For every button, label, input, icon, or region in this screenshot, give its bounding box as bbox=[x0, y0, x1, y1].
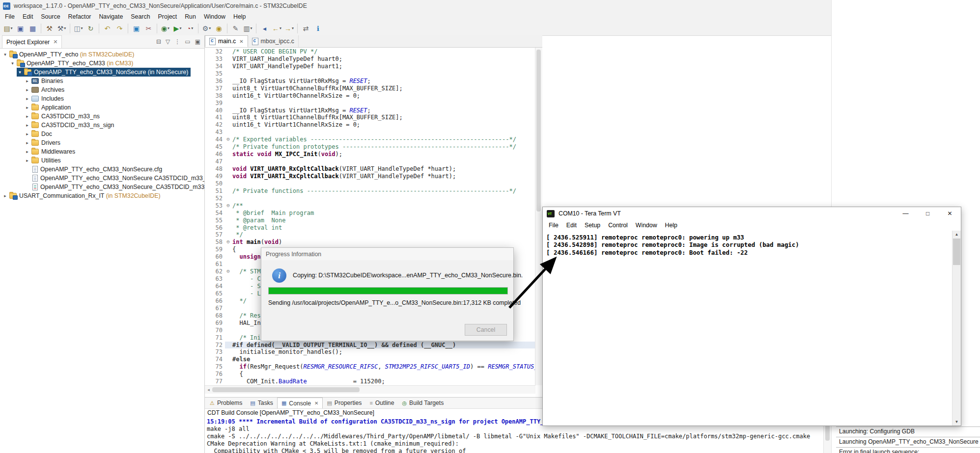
teraterm-menu-setup[interactable]: Setup bbox=[581, 222, 604, 229]
fold-collapse-icon[interactable]: ⊖ bbox=[225, 202, 231, 210]
collapse-all-icon[interactable]: ⊟ bbox=[156, 38, 161, 45]
maximize-icon[interactable]: ▣ bbox=[195, 38, 200, 45]
chevron-collapsed-icon[interactable]: ▸ bbox=[24, 87, 30, 92]
tree-item[interactable]: ▸Drivers bbox=[0, 138, 204, 147]
chevron-collapsed-icon[interactable]: ▸ bbox=[24, 105, 30, 110]
tree-item[interactable]: OpenAMP_TTY_echo_CM33_NonSecure CA35TDCI… bbox=[0, 174, 204, 183]
toolbar-help-info-button[interactable]: ℹ bbox=[312, 23, 324, 34]
chevron-collapsed-icon[interactable]: ▸ bbox=[24, 123, 30, 128]
chevron-expanded-icon[interactable]: ▾ bbox=[17, 70, 23, 75]
terminal-scrollbar[interactable]: ▲ ▼ bbox=[952, 231, 961, 426]
fold-collapse-icon[interactable]: ⊖ bbox=[225, 268, 231, 275]
menu-item-project[interactable]: Project bbox=[154, 13, 181, 20]
chevron-collapsed-icon[interactable]: ▸ bbox=[2, 193, 8, 198]
tree-item[interactable]: ▸Doc bbox=[0, 130, 204, 138]
toolbar-refresh-button[interactable]: ↻ bbox=[84, 23, 97, 34]
tree-item[interactable]: ▸Application bbox=[0, 103, 204, 112]
menu-item-window[interactable]: Window bbox=[200, 13, 229, 20]
tree-item[interactable]: ▸Middlewares bbox=[0, 147, 204, 156]
tab-problems[interactable]: ⚠Problems bbox=[206, 398, 246, 408]
toolbar-mark-occurrences-button[interactable]: ✎ bbox=[229, 23, 242, 34]
scroll-down-icon[interactable]: ▼ bbox=[952, 418, 961, 426]
chevron-collapsed-icon[interactable]: ▸ bbox=[24, 79, 30, 83]
chevron-expanded-icon[interactable]: ▾ bbox=[9, 61, 16, 66]
close-tab-icon[interactable]: ✕ bbox=[239, 39, 243, 44]
tree-item[interactable]: ▾OpenAMP_TTY_echo_CM33 (in CM33) bbox=[0, 59, 204, 68]
toolbar-device-configuration-button[interactable]: ▣ bbox=[130, 23, 142, 34]
tree-item[interactable]: ▾OpenAMP_TTY_echo (in STM32CubeIDE) bbox=[0, 50, 204, 59]
toolbar-forward-button[interactable]: →▾ bbox=[283, 23, 295, 34]
tab-build-targets[interactable]: ◎Build Targets bbox=[398, 398, 448, 408]
terminal-output[interactable]: [ 2436.525911] remoteproc remoteproc0: p… bbox=[543, 231, 952, 426]
menu-item-navigate[interactable]: Navigate bbox=[95, 13, 127, 20]
tree-item[interactable]: ▸Archives bbox=[0, 85, 204, 94]
toolbar-debug-button[interactable]: ◉▾ bbox=[159, 23, 171, 34]
toolbar-build-config-button[interactable]: ⚒▾ bbox=[56, 23, 68, 34]
cancel-button[interactable]: Cancel bbox=[465, 324, 507, 336]
toolbar-build-all-button[interactable]: ⚒ bbox=[43, 23, 56, 34]
editor-horizontal-scrollbar[interactable]: ◂ bbox=[205, 385, 535, 394]
tab-tasks[interactable]: ▤Tasks bbox=[246, 398, 277, 408]
tree-item[interactable]: ▸Utilities bbox=[0, 156, 204, 165]
tab-outline[interactable]: ≡Outline bbox=[365, 398, 398, 408]
scrollbar-thumb[interactable] bbox=[953, 239, 960, 265]
tab-console[interactable]: ▦Console✕ bbox=[277, 398, 323, 408]
toolbar-redo-button[interactable]: ↷ bbox=[113, 23, 126, 34]
menu-item-search[interactable]: Search bbox=[127, 13, 154, 20]
chevron-collapsed-icon[interactable]: ▸ bbox=[24, 96, 30, 101]
toolbar-last-edit-location-button[interactable]: ◂ bbox=[258, 23, 271, 34]
close-tab-icon[interactable]: ✕ bbox=[314, 400, 318, 406]
menu-item-help[interactable]: Help bbox=[229, 13, 250, 20]
teraterm-menu-file[interactable]: File bbox=[545, 222, 562, 229]
chevron-expanded-icon[interactable]: ▾ bbox=[2, 52, 8, 57]
menu-item-run[interactable]: Run bbox=[181, 13, 200, 20]
tree-item[interactable]: OpenAMP_TTY_echo_CM33_NonSecure.cfg bbox=[0, 165, 204, 174]
toolbar-back-button[interactable]: ←▾ bbox=[271, 23, 283, 34]
menu-item-source[interactable]: Source bbox=[37, 13, 64, 20]
project-tree[interactable]: ▾OpenAMP_TTY_echo (in STM32CubeIDE)▾Open… bbox=[0, 50, 204, 453]
teraterm-maximize-button[interactable]: □ bbox=[917, 207, 939, 220]
toolbar-external-tools-button[interactable]: ⚙▾ bbox=[200, 23, 213, 34]
toolbar-save-button[interactable]: ▣ bbox=[14, 23, 27, 34]
tree-item[interactable]: ▸Includes bbox=[0, 94, 204, 103]
teraterm-menu-window[interactable]: Window bbox=[632, 222, 661, 229]
chevron-collapsed-icon[interactable]: ▸ bbox=[24, 140, 30, 145]
scroll-left-icon[interactable]: ◂ bbox=[205, 387, 212, 392]
scrollbar-thumb[interactable] bbox=[536, 50, 541, 212]
minimize-icon[interactable]: ▭ bbox=[185, 38, 190, 45]
toolbar-cut-button[interactable]: ✂ bbox=[142, 23, 155, 34]
tab-properties[interactable]: ▤Properties bbox=[323, 398, 365, 408]
filter-icon[interactable]: ▽ bbox=[166, 38, 170, 45]
tree-item[interactable]: OpenAMP_TTY_echo_CM33_NonSecure_CA35TDCI… bbox=[0, 183, 204, 191]
editor-vertical-scrollbar[interactable] bbox=[535, 48, 542, 385]
tab-project-explorer[interactable]: Project Explorer ✕ bbox=[2, 35, 62, 48]
tree-item[interactable]: ▸CA35TDCID_m33_ns bbox=[0, 112, 204, 121]
scrollbar-thumb[interactable] bbox=[212, 387, 360, 392]
toolbar-search-button[interactable]: ◉ bbox=[213, 23, 225, 34]
editor-tab-main-c[interactable]: main.c✕ bbox=[205, 35, 248, 47]
fold-collapse-icon[interactable]: ⊖ bbox=[225, 239, 231, 246]
tree-item[interactable]: ▾OpenAMP_TTY_echo_CM33_NonSecure (in Non… bbox=[0, 68, 204, 77]
toolbar-new-button[interactable]: ▤▾ bbox=[2, 23, 14, 34]
chevron-collapsed-icon[interactable]: ▸ bbox=[24, 114, 30, 119]
editor-tab-mbox_ipcc-c[interactable]: mbox_ipcc.c bbox=[248, 35, 299, 47]
teraterm-menu-edit[interactable]: Edit bbox=[562, 222, 581, 229]
chevron-collapsed-icon[interactable]: ▸ bbox=[24, 158, 30, 163]
teraterm-minimize-button[interactable]: — bbox=[895, 207, 917, 220]
view-menu-icon[interactable]: ⋮ bbox=[174, 38, 180, 45]
toolbar-new-project-button[interactable]: ◫▾ bbox=[72, 23, 84, 34]
teraterm-menu-control[interactable]: Control bbox=[604, 222, 632, 229]
toolbar-annotations-button[interactable]: ▥▾ bbox=[242, 23, 254, 34]
chevron-collapsed-icon[interactable]: ▸ bbox=[24, 149, 30, 154]
toolbar-undo-button[interactable]: ↶ bbox=[101, 23, 113, 34]
toolbar-run-button[interactable]: ▶▾ bbox=[171, 23, 184, 34]
toolbar-link-with-editor-button[interactable]: ⇄ bbox=[300, 23, 312, 34]
close-view-icon[interactable]: ✕ bbox=[53, 39, 57, 45]
scroll-up-icon[interactable]: ▲ bbox=[952, 231, 961, 238]
toolbar-profile-button[interactable]: ◔▾ bbox=[184, 23, 196, 34]
menu-item-edit[interactable]: Edit bbox=[19, 13, 37, 20]
tree-item[interactable]: ▸Binaries bbox=[0, 77, 204, 85]
tree-item[interactable]: ▸USART_Communication_Rx_IT (in STM32Cube… bbox=[0, 191, 204, 200]
menu-item-file[interactable]: File bbox=[1, 13, 19, 20]
tree-item[interactable]: ▸CA35TDCID_m33_ns_sign bbox=[0, 121, 204, 130]
